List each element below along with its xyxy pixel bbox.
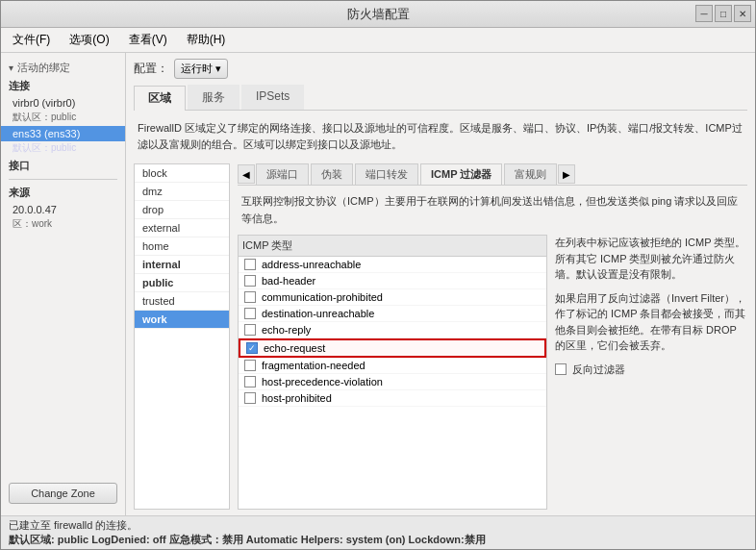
icmp-nav-left[interactable]: ◀ — [238, 164, 255, 184]
source-label: 来源 — [1, 184, 125, 202]
icmp-description: 互联网控制报文协议（ICMP）主要用于在联网的计算机间发送出错信息，但也发送类似… — [238, 189, 747, 231]
sidebar-sub-ens33: 默认区：public — [1, 141, 125, 157]
tabs-bar: 区域 服务 IPSets — [134, 85, 747, 111]
main-content: ▾ 活动的绑定 连接 virbr0 (virbr0) 默认区：public en… — [1, 53, 755, 515]
icmp-checkbox-destination-unreachable[interactable] — [244, 308, 256, 319]
icmp-checkbox-communication-prohibited[interactable] — [244, 291, 256, 303]
icmp-list: address-unreachable bad-header communica… — [238, 256, 547, 510]
description-box: FirewallD 区域定义了绑定的网络连接、接口以及源地址的可信程度。区域是服… — [134, 116, 747, 156]
icmp-item-address-unreachable[interactable]: address-unreachable — [239, 257, 546, 273]
change-zone-button[interactable]: Change Zone — [9, 483, 117, 504]
tab-zones[interactable]: 区域 — [134, 86, 186, 111]
zone-item-drop[interactable]: drop — [135, 201, 229, 219]
zone-item-trusted[interactable]: trusted — [135, 292, 229, 311]
icmp-checkbox-bad-header[interactable] — [244, 275, 256, 287]
titlebar: 防火墙配置 ─ □ ✕ — [1, 1, 755, 28]
icmp-list-section: ICMP 类型 address-unreachable bad-header — [238, 235, 547, 510]
invert-filter-label: 反向过滤器 — [572, 362, 625, 378]
zone-item-home[interactable]: home — [135, 238, 229, 256]
sidebar-divider-1 — [9, 179, 117, 180]
icmp-item-destination-unreachable[interactable]: destination-unreachable — [239, 306, 546, 322]
menu-help[interactable]: 帮助(H) — [179, 30, 234, 50]
maximize-button[interactable]: □ — [715, 5, 732, 22]
icmp-tab-source-port[interactable]: 源端口 — [256, 163, 309, 185]
icmp-info-text1: 在列表中标记应该被拒绝的 ICMP 类型。所有其它 ICMP 类型则被允许通过防… — [555, 235, 747, 283]
right-panel: 配置： 运行时 ▾ 区域 服务 IPSets FirewallD 区域定义了绑定… — [126, 53, 755, 515]
sidebar: ▾ 活动的绑定 连接 virbr0 (virbr0) 默认区：public en… — [1, 53, 126, 515]
icmp-tab-icmp-filter[interactable]: ICMP 过滤器 — [420, 163, 502, 185]
icmp-item-communication-prohibited[interactable]: communication-prohibited — [239, 289, 546, 306]
window-controls: ─ □ ✕ — [695, 5, 751, 22]
status-bar-line1: 已建立至 firewalld 的连接。 — [9, 518, 747, 533]
icmp-item-echo-request[interactable]: ✓ echo-request — [239, 338, 546, 358]
config-bar: 配置： 运行时 ▾ — [134, 59, 747, 79]
icmp-tab-port-forward[interactable]: 端口转发 — [355, 163, 418, 185]
sidebar-item-virbr0[interactable]: virbr0 (virbr0) — [1, 95, 125, 111]
sidebar-sub-virbr0: 默认区：public — [1, 111, 125, 126]
zone-item-public[interactable]: public — [135, 274, 229, 292]
zone-item-internal[interactable]: internal — [135, 256, 229, 274]
sidebar-section-header: ▾ 活动的绑定 — [1, 57, 125, 77]
main-window: 防火墙配置 ─ □ ✕ 文件(F) 选项(O) 查看(V) 帮助(H) ▾ 活动… — [0, 0, 756, 550]
icmp-list-header: ICMP 类型 — [238, 235, 547, 256]
icmp-info-section: 在列表中标记应该被拒绝的 ICMP 类型。所有其它 ICMP 类型则被允许通过防… — [555, 235, 747, 510]
icmp-content: ICMP 类型 address-unreachable bad-header — [238, 235, 747, 510]
tab-services[interactable]: 服务 — [188, 85, 239, 110]
section-arrow-icon: ▾ — [9, 62, 13, 73]
icmp-nav-right[interactable]: ▶ — [558, 164, 575, 184]
menu-view[interactable]: 查看(V) — [121, 30, 175, 50]
status-bar-line2: 默认区域: public LogDenied: off 应急模式：禁用 Auto… — [9, 533, 747, 547]
icmp-checkbox-address-unreachable[interactable] — [244, 259, 256, 270]
zone-list: block dmz drop external home internal pu… — [134, 163, 230, 510]
status-bar: 已建立至 firewalld 的连接。 默认区域: public LogDeni… — [1, 515, 755, 549]
zone-item-dmz[interactable]: dmz — [135, 183, 229, 201]
connection-label: 连接 — [1, 77, 125, 95]
icmp-checkbox-host-precedence-violation[interactable] — [244, 376, 256, 388]
icmp-item-fragmentation-needed[interactable]: fragmentation-needed — [239, 358, 546, 374]
config-dropdown[interactable]: 运行时 ▾ — [174, 59, 228, 79]
minimize-button[interactable]: ─ — [695, 5, 713, 22]
invert-filter-checkbox[interactable] — [555, 363, 567, 375]
tab-ipsets[interactable]: IPSets — [241, 85, 304, 110]
icmp-item-host-precedence-violation[interactable]: host-precedence-violation — [239, 374, 546, 390]
icmp-item-echo-reply[interactable]: echo-reply — [239, 322, 546, 338]
sidebar-item-source[interactable]: 20.0.0.47 — [1, 202, 125, 217]
zone-item-external[interactable]: external — [135, 219, 229, 238]
invert-filter-row: 反向过滤器 — [555, 362, 747, 378]
icmp-tab-rich-rules[interactable]: 富规则 — [504, 163, 557, 185]
menu-file[interactable]: 文件(F) — [5, 30, 58, 50]
menu-options[interactable]: 选项(O) — [62, 30, 116, 50]
icmp-checkbox-echo-reply[interactable] — [244, 324, 256, 336]
menubar: 文件(F) 选项(O) 查看(V) 帮助(H) — [1, 28, 755, 53]
icmp-info-text2: 如果启用了反向过滤器（Invert Filter），作了标记的 ICMP 条目都… — [555, 290, 747, 354]
icmp-item-host-prohibited[interactable]: host-prohibited — [239, 390, 546, 407]
icmp-tab-masquerade[interactable]: 伪装 — [311, 163, 353, 185]
icmp-checkbox-host-prohibited[interactable] — [244, 392, 256, 404]
icmp-item-bad-header[interactable]: bad-header — [239, 273, 546, 289]
sidebar-section-label: 活动的绑定 — [17, 61, 70, 75]
interface-label: 接口 — [1, 157, 125, 175]
icmp-checkbox-fragmentation-needed[interactable] — [244, 360, 256, 371]
zone-item-block[interactable]: block — [135, 164, 229, 183]
sidebar-item-ens33[interactable]: ens33 (ens33) — [1, 126, 125, 141]
config-label: 配置： — [134, 61, 168, 77]
close-button[interactable]: ✕ — [734, 5, 751, 22]
icmp-panel: ◀ 源端口 伪装 端口转发 ICMP 过滤器 富规则 ▶ 互联网控制报文协议（I… — [238, 163, 747, 510]
icmp-checkbox-echo-request[interactable]: ✓ — [246, 342, 258, 354]
sidebar-sub-source: 区：work — [1, 217, 125, 233]
icmp-sub-tabs: ◀ 源端口 伪装 端口转发 ICMP 过滤器 富规则 ▶ — [238, 163, 747, 186]
window-title: 防火墙配置 — [347, 6, 410, 23]
zone-item-work[interactable]: work — [135, 311, 229, 329]
zone-icmp-container: block dmz drop external home internal pu… — [134, 163, 747, 510]
